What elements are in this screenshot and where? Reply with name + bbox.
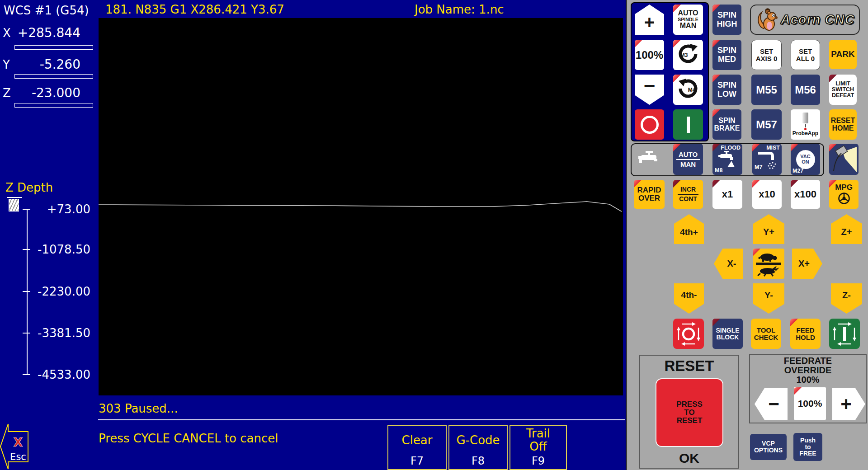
stop-circle-icon (641, 116, 659, 134)
z-depth-tick-label: -4533.00 (30, 368, 90, 381)
mist-m7-label: M7 (755, 164, 762, 170)
toolpath-viewport (99, 18, 623, 395)
tool-check-button[interactable]: TOOL CHECK (751, 319, 781, 349)
jog-y-minus-button[interactable]: Y- (753, 283, 784, 314)
gcode-button-fkey: F8 (472, 455, 485, 467)
jog-y-plus-button[interactable]: Y+ (753, 214, 784, 244)
jog-x100-button[interactable]: x100 (791, 180, 820, 209)
single-block-button[interactable]: SINGLE BLOCK (712, 319, 743, 349)
mpg-button[interactable]: MPG (829, 180, 859, 209)
spin-high-button[interactable]: SPIN HIGH (712, 5, 741, 35)
spindle-stop-button[interactable] (635, 109, 664, 140)
vac-m27-label: M27 (793, 168, 803, 174)
jog-4th-minus-button[interactable]: 4th- (674, 283, 704, 314)
limit-switch-defeat-button[interactable]: LIMIT SWITCH DEFEAT (829, 75, 857, 105)
flood-m8-button[interactable]: FLOOD M8 (712, 144, 742, 175)
trail-off-button[interactable]: Trail Off F9 (509, 425, 567, 470)
flood-m8-label: M8 (715, 168, 722, 174)
spindle-override-100-button[interactable]: 100% (635, 40, 664, 70)
spindle-ccw-m4-button[interactable]: M4 (673, 75, 703, 105)
work-light-button[interactable] (829, 144, 859, 175)
turtle-rabbit-icon (755, 251, 782, 277)
reset-home-button[interactable]: RESET HOME (829, 109, 857, 140)
jog-x-minus-button[interactable]: X- (714, 249, 743, 279)
auto-spindle-man-line1: AUTO (678, 9, 698, 17)
wcs-title: WCS #1 (G54) (4, 4, 89, 17)
feedrate-plus-button[interactable]: + (832, 388, 865, 420)
feedrate-minus-button[interactable]: − (755, 388, 788, 420)
tool-marker-line (7, 197, 22, 198)
gcode-button-label: G-Code (456, 426, 500, 455)
flood-icon (718, 151, 736, 167)
jog-x1-button[interactable]: x1 (712, 180, 742, 209)
job-name-label: Job Name: 1.nc (415, 3, 504, 16)
feedrate-override-title: FEEDRATE OVERRIDE 100% (750, 356, 866, 385)
set-all-zero-button[interactable]: SET ALL 0 (791, 40, 820, 70)
spin-low-button[interactable]: SPIN LOW (712, 75, 741, 105)
slow-fast-toggle-button[interactable] (753, 249, 784, 279)
spindle-start-button[interactable] (673, 109, 703, 140)
mist-m7-button[interactable]: MIST M7 (752, 144, 782, 175)
axis-load-bar-y (14, 74, 93, 79)
feed-hold-button[interactable]: FEED HOLD (790, 319, 821, 349)
feedrate-value-button[interactable]: 100% (794, 387, 826, 420)
rapid-over-button[interactable]: RAPID OVER (634, 180, 665, 209)
coolant-man-label: MAN (680, 161, 696, 168)
coolant-auto-label: AUTO (679, 151, 698, 158)
probe-app-button[interactable]: ProbeApp (791, 109, 820, 140)
spin-brake-button[interactable]: SPIN BRAKE (712, 109, 741, 140)
toolpath-trail (99, 18, 623, 395)
feedrate-override-panel: FEEDRATE OVERRIDE 100% − 100% + (749, 354, 867, 423)
jog-x10-button[interactable]: x10 (752, 180, 782, 209)
z-depth-tick (23, 249, 30, 250)
spin-med-button[interactable]: SPIN MED (712, 40, 741, 70)
set-axis-zero-button[interactable]: SET AXIS 0 (751, 40, 782, 70)
cnc12-screen: 181. N835 G1 X286.421 Y3.67 Job Name: 1.… (0, 0, 868, 470)
cycle-stop-button[interactable] (673, 319, 704, 349)
cancel-hint: Press CYCLE CANCEL to cancel (99, 432, 278, 445)
push-to-free-button[interactable]: Push to FREE (793, 433, 822, 461)
ccw-arrow-icon: M4 (677, 79, 699, 101)
cycle-start-icon (832, 321, 857, 347)
esc-button[interactable]: X Esc (0, 423, 32, 470)
acorn-cnc-brand-text: Acorn CNC (781, 13, 855, 27)
vac-on-label: VAC ON (800, 154, 810, 164)
acorn-cnc-logo: Acorn CNC (750, 5, 860, 35)
z-depth-tick (23, 291, 30, 292)
axis-load-bar-z (14, 103, 93, 108)
z-depth-tick (23, 333, 30, 334)
clear-button[interactable]: Clear F7 (387, 425, 447, 470)
esc-label: Esc (10, 451, 26, 462)
m57-button[interactable]: M57 (751, 109, 782, 140)
auto-spindle-man-line3: MAN (680, 22, 696, 30)
handwheel-icon (837, 192, 851, 205)
jog-x-plus-button[interactable]: X+ (792, 249, 822, 279)
axis-value-y: -5.260 (14, 57, 80, 72)
paused-message: 303 Paused... (99, 402, 178, 415)
coolant-auto-man-button[interactable]: AUTO MAN (673, 144, 703, 175)
incr-cont-button[interactable]: INCR CONT (673, 180, 703, 209)
auto-spindle-man-button[interactable]: AUTO SPINDLE MAN (673, 5, 703, 35)
vacuum-m27-button[interactable]: VAC ON M27 (791, 144, 820, 175)
z-depth-tick (23, 209, 30, 210)
jog-4th-plus-button[interactable]: 4th+ (674, 214, 704, 244)
m56-button[interactable]: M56 (791, 75, 820, 105)
z-depth-tick-label: -1078.50 (30, 243, 90, 256)
incr-cont-divider (678, 194, 698, 195)
gcode-button[interactable]: G-Code F8 (448, 425, 508, 470)
axis-label-z: Z (3, 86, 11, 100)
jog-z-minus-button[interactable]: Z- (831, 283, 862, 314)
esc-x-glyph: X (14, 435, 23, 449)
jog-z-plus-button[interactable]: Z+ (831, 214, 862, 244)
axis-label-y: Y (3, 58, 10, 71)
m55-button[interactable]: M55 (751, 75, 782, 105)
squirrel-icon (755, 7, 779, 33)
start-bar-icon (687, 117, 690, 133)
press-to-reset-button[interactable]: PRESS TO RESET (656, 378, 723, 447)
spindle-cw-m3-button[interactable]: M3 (673, 40, 703, 70)
cycle-start-button[interactable] (829, 319, 860, 349)
vcp-options-button[interactable]: VCP OPTIONS (750, 434, 787, 460)
park-button[interactable]: PARK (829, 40, 857, 69)
axis-load-bar-x (14, 45, 93, 50)
axis-value-x: +285.844 (14, 25, 80, 40)
